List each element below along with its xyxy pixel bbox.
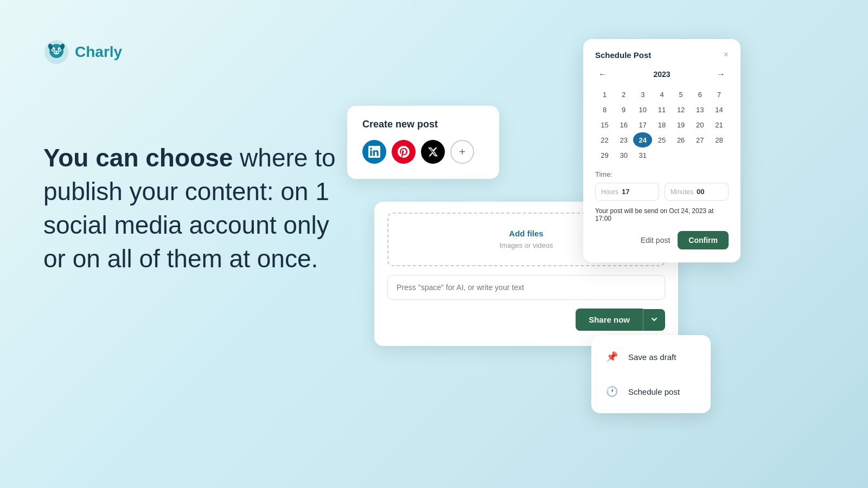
x-twitter-icon[interactable]	[421, 140, 445, 164]
cal-day[interactable]: 26	[672, 132, 691, 147]
post-text-input[interactable]	[387, 275, 665, 300]
cal-day[interactable]: 29	[595, 147, 614, 163]
cal-day[interactable]: 6	[691, 87, 710, 102]
cal-day[interactable]: 28	[710, 132, 729, 147]
cal-day[interactable]: 5	[672, 87, 691, 102]
svg-point-7	[55, 52, 56, 53]
create-post-card: Create new post +	[347, 106, 499, 179]
cal-day[interactable]: 20	[691, 117, 710, 132]
cal-day[interactable]: 21	[710, 117, 729, 132]
schedule-info-text: Your post will be send on Oct 24, 2023 a…	[595, 207, 729, 222]
logo-area: Charly	[43, 39, 122, 65]
cal-day[interactable]: 14	[710, 102, 729, 117]
share-button-group: Share now	[387, 309, 665, 331]
cal-day[interactable]: 3	[633, 87, 652, 102]
schedule-post-modal: Schedule Post × ← 2023 → 1 2 3 4 5 6 7 8…	[583, 39, 741, 262]
hero-heading: You can choose where to publish your con…	[43, 141, 347, 275]
modal-close-button[interactable]: ×	[724, 50, 729, 60]
cal-day[interactable]: 9	[614, 102, 633, 117]
svg-point-4	[53, 49, 54, 51]
cal-day[interactable]: 18	[652, 117, 671, 132]
save-as-draft-label: Save as draft	[628, 352, 676, 362]
svg-point-5	[59, 49, 61, 51]
calendar-nav: ← 2023 →	[595, 68, 729, 80]
confirm-button[interactable]: Confirm	[678, 231, 729, 249]
time-label: Time:	[595, 170, 729, 178]
cal-day[interactable]: 13	[691, 102, 710, 117]
modal-title: Schedule Post	[595, 50, 651, 60]
cal-day[interactable]: 7	[710, 87, 729, 102]
edit-post-button[interactable]: Edit post	[641, 236, 670, 245]
hours-value: 17	[622, 188, 629, 196]
modal-header: Schedule Post ×	[595, 50, 729, 60]
logo-name: Charly	[75, 43, 122, 61]
cal-day[interactable]: 11	[652, 102, 671, 117]
hero-bold: You can choose	[43, 144, 233, 172]
cal-day[interactable]: 10	[633, 102, 652, 117]
cal-day[interactable]: 1	[595, 87, 614, 102]
cal-day[interactable]: 25	[652, 132, 671, 147]
cal-day[interactable]: 2	[614, 87, 633, 102]
cal-day[interactable]: 19	[672, 117, 691, 132]
cal-day[interactable]: 4	[652, 87, 671, 102]
svg-point-6	[54, 51, 59, 55]
schedule-post-item[interactable]: 🕐 Schedule post	[591, 374, 711, 409]
cal-day[interactable]: 12	[672, 102, 691, 117]
calendar-year: 2023	[653, 70, 670, 79]
social-icons-row: +	[362, 140, 484, 164]
cal-day[interactable]: 27	[691, 132, 710, 147]
share-now-button[interactable]: Share now	[576, 309, 643, 331]
save-as-draft-item[interactable]: 📌 Save as draft	[591, 339, 711, 374]
cal-day[interactable]: 31	[633, 147, 652, 163]
hours-input[interactable]: Hours 17	[595, 183, 659, 201]
cal-day[interactable]: 8	[595, 102, 614, 117]
modal-actions: Edit post Confirm	[595, 231, 729, 249]
hours-label: Hours	[601, 188, 618, 196]
calendar-grid: 1 2 3 4 5 6 7 8 9 10 11 12 13 14 15 16 1…	[595, 87, 729, 163]
cal-day[interactable]: 22	[595, 132, 614, 147]
cal-day[interactable]: 15	[595, 117, 614, 132]
create-post-title: Create new post	[362, 119, 484, 130]
share-dropdown-menu: 📌 Save as draft 🕐 Schedule post	[591, 335, 711, 413]
minutes-input[interactable]: Minutes 00	[665, 183, 729, 201]
cal-day[interactable]: 17	[633, 117, 652, 132]
add-social-account[interactable]: +	[450, 140, 474, 164]
share-dropdown-arrow[interactable]	[643, 309, 665, 331]
time-inputs: Hours 17 Minutes 00	[595, 183, 729, 201]
calendar-next-button[interactable]: →	[713, 68, 729, 80]
svg-point-8	[57, 52, 58, 53]
time-section: Time: Hours 17 Minutes 00	[595, 170, 729, 201]
linkedin-icon[interactable]	[362, 140, 386, 164]
chevron-down-icon	[651, 316, 658, 323]
schedule-icon: 🕐	[604, 384, 620, 399]
schedule-post-label: Schedule post	[628, 387, 680, 396]
minutes-label: Minutes	[671, 188, 693, 196]
pin-icon: 📌	[604, 349, 620, 364]
cal-day[interactable]: 30	[614, 147, 633, 163]
logo-icon	[43, 39, 69, 65]
cal-day-selected[interactable]: 24	[633, 132, 652, 147]
cal-day[interactable]: 23	[614, 132, 633, 147]
calendar-prev-button[interactable]: ←	[595, 68, 610, 80]
pinterest-icon[interactable]	[392, 140, 416, 164]
minutes-value: 00	[697, 188, 704, 196]
hero-section: You can choose where to publish your con…	[43, 141, 347, 275]
cal-day[interactable]: 16	[614, 117, 633, 132]
file-subtitle: Images or videos	[500, 241, 553, 249]
